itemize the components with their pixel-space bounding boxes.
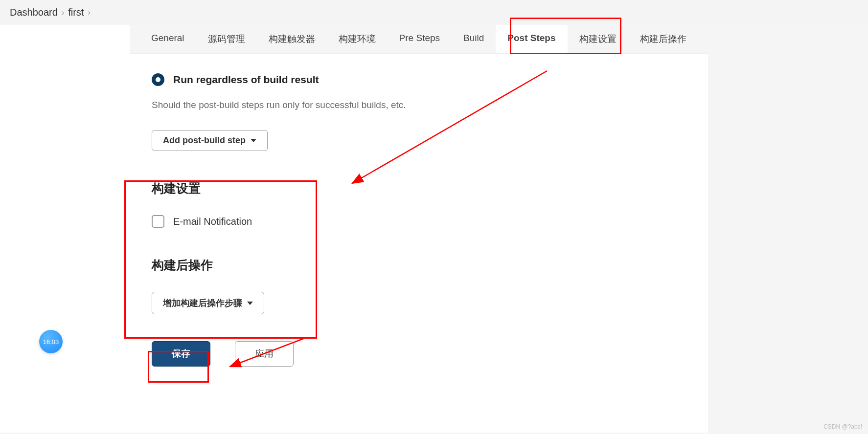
- email-notification-checkbox[interactable]: [152, 215, 164, 228]
- breadcrumb: Dashboard › first ›: [0, 0, 868, 25]
- tab-source[interactable]: 源码管理: [196, 25, 257, 53]
- breadcrumb-dashboard[interactable]: Dashboard: [10, 7, 58, 18]
- chevron-right-icon: ›: [88, 8, 90, 17]
- tab-triggers[interactable]: 构建触发器: [257, 25, 327, 53]
- tab-build-settings[interactable]: 构建设置: [568, 25, 628, 53]
- clock-time: 16:03: [43, 338, 59, 346]
- main-content: General 源码管理 构建触发器 构建环境 Pre Steps Build …: [130, 25, 708, 433]
- breadcrumb-first[interactable]: first: [68, 7, 84, 18]
- radio-label: Run regardless of build result: [173, 74, 319, 86]
- post-build-title: 构建后操作: [152, 257, 686, 273]
- tab-general[interactable]: General: [139, 25, 196, 53]
- apply-button[interactable]: 应用: [235, 341, 294, 367]
- radio-run-regardless[interactable]: [152, 73, 164, 86]
- clock-widget[interactable]: 16:03: [39, 330, 63, 353]
- button-label: 增加构建后操作步骤: [163, 297, 242, 309]
- email-notification-label: E-mail Notification: [173, 216, 252, 227]
- tab-post-steps[interactable]: Post Steps: [496, 25, 567, 53]
- tab-environment[interactable]: 构建环境: [327, 25, 388, 53]
- chevron-right-icon: ›: [62, 8, 64, 17]
- build-settings-title: 构建设置: [152, 180, 686, 196]
- tab-post-build[interactable]: 构建后操作: [628, 25, 698, 53]
- caret-down-icon: [247, 302, 253, 305]
- add-post-build-action-button[interactable]: 增加构建后操作步骤: [152, 292, 264, 314]
- config-tabs: General 源码管理 构建触发器 构建环境 Pre Steps Build …: [130, 25, 708, 54]
- help-text: Should the post-build steps run only for…: [152, 100, 686, 110]
- save-button[interactable]: 保存: [152, 341, 210, 367]
- add-post-build-step-button[interactable]: Add post-build step: [152, 130, 268, 151]
- watermark: CSDN @?abc!: [823, 423, 862, 430]
- button-label: Add post-build step: [163, 135, 246, 146]
- tab-pre-steps[interactable]: Pre Steps: [388, 25, 452, 53]
- left-sidebar: [0, 25, 130, 433]
- tab-build[interactable]: Build: [452, 25, 496, 53]
- caret-down-icon: [251, 139, 256, 142]
